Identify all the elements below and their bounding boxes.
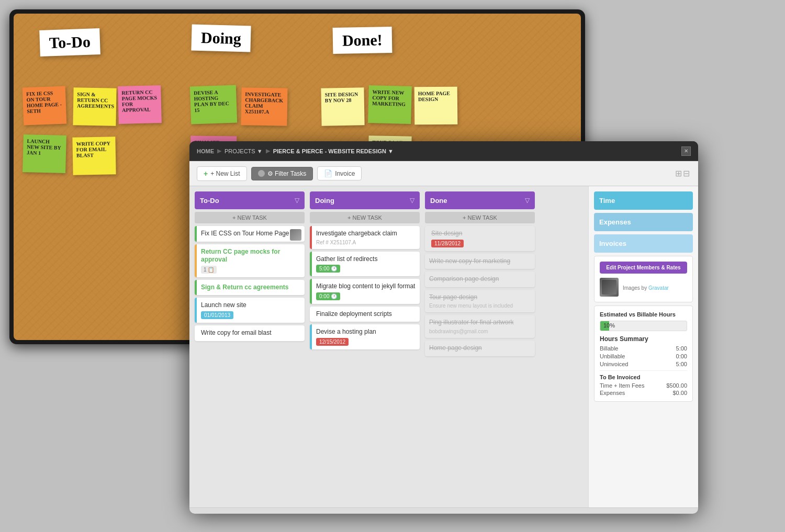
edit-members-button[interactable]: Edit Project Members & Rates	[600, 262, 687, 274]
task-launch-site[interactable]: Launch new site 01/01/2013	[195, 298, 305, 323]
task-title: Write copy for email blast	[201, 329, 300, 337]
kanban-board: To-Do ▽ + NEW TASK Fix IE CSS on Tour Ho…	[189, 186, 588, 507]
sticky-launch: Launch New Site by Jan 1	[23, 134, 66, 173]
task-write-marketing[interactable]: Write new copy for marketing	[425, 254, 535, 269]
grid-view-icon[interactable]: ⊞⊟	[675, 168, 691, 178]
doing-column-header: Doing ▽	[310, 191, 420, 209]
time-item-fees-label: Time + Item Fees	[600, 382, 644, 389]
uninvoiced-row: Uninvoiced 5:00	[600, 361, 687, 367]
todo-column-header: To-Do ▽	[195, 191, 305, 209]
todo-column-arrow[interactable]: ▽	[295, 197, 299, 204]
date-badge-red: 12/15/2012	[316, 338, 349, 346]
done-column-header: Done ▽	[425, 191, 535, 209]
sticky-home-page: Home Page Design	[414, 87, 458, 125]
sticky-investigate: Investigate Chargeback Claim X251107.A	[241, 87, 287, 126]
task-meta: bobdrawings@gmail.com	[429, 329, 531, 334]
nav-sep2: ▶	[266, 148, 270, 154]
task-finalize-deployment[interactable]: Finalize deployment scripts	[310, 307, 420, 322]
time-item-fees-value: $500.00	[666, 382, 687, 389]
sticky-fix-ie: Fix IE CSS on Tour Home Page -Seth	[23, 86, 66, 126]
close-icon[interactable]: ✕	[681, 146, 691, 156]
expenses-row: Expenses $0.00	[600, 390, 687, 396]
to-be-invoiced-title: To Be Invoiced	[600, 374, 687, 380]
doing-column-title: Doing	[315, 197, 334, 205]
task-title: Return CC page mocks for approval	[201, 248, 300, 264]
right-panel: Time Expenses Invoices Edit Project Memb…	[588, 186, 698, 507]
uninvoiced-value: 5:00	[676, 361, 687, 367]
app-window: HOME ▶ PROJECTS ▼ ▶ PIERCE & PIERCE - WE…	[189, 141, 698, 507]
task-ping-illustrator[interactable]: Ping illustrator for final artwork bobdr…	[425, 315, 535, 338]
date-badge: 01/01/2013	[201, 311, 233, 319]
time-item-fees-row: Time + Item Fees $500.00	[600, 382, 687, 389]
filter-icon	[258, 170, 265, 177]
task-investigate[interactable]: Investigate chargeback claim Ref # X2511…	[310, 226, 420, 249]
task-avatar	[290, 229, 301, 241]
unbillable-row: Unbillable 0:00	[600, 353, 687, 359]
task-gather-redirects[interactable]: Gather list of redirects 5:00 🕐	[310, 252, 420, 277]
task-title: Ping illustrator for final artwork	[429, 319, 531, 327]
hours-summary-title: Hours Summary	[600, 335, 687, 343]
estimated-label: Estimated vs Billable Hours	[600, 311, 687, 318]
todo-column: To-Do ▽ + NEW TASK Fix IE CSS on Tour Ho…	[195, 191, 305, 502]
done-label: Done!	[333, 27, 392, 54]
expenses-button[interactable]: Expenses	[594, 213, 693, 231]
invoices-button[interactable]: Invoices	[594, 234, 693, 253]
hours-section: Estimated vs Billable Hours 10% Hours Su…	[594, 305, 693, 402]
nav-home[interactable]: HOME	[197, 148, 214, 154]
task-migrate-blog[interactable]: Migrate blog content to jekyll format 0:…	[310, 279, 420, 304]
new-task-done[interactable]: + NEW TASK	[425, 212, 535, 223]
time-button[interactable]: Time	[594, 191, 693, 210]
sticky-write-new: Write New Copy for Marketing	[368, 85, 412, 124]
sticky-site-design: Site Design by Nov 28	[321, 87, 364, 126]
toolbar: + + New List ⚙ Filter Tasks 📄 Invoice ⊞⊟	[189, 161, 698, 186]
images-by-text: Images by	[623, 285, 648, 291]
date-badge-done: 11/28/2012	[431, 240, 464, 247]
plus-icon: +	[204, 169, 208, 178]
nav-bar: HOME ▶ PROJECTS ▼ ▶ PIERCE & PIERCE - WE…	[189, 141, 698, 161]
new-task-doing[interactable]: + NEW TASK	[310, 212, 420, 223]
task-return-cc[interactable]: Return CC page mocks for approval 1 📋	[195, 244, 305, 277]
nav-project-name[interactable]: PIERCE & PIERCE - WEBSITE REDESIGN ▼	[273, 148, 394, 154]
invoice-icon: 📄	[324, 169, 332, 177]
done-column-title: Done	[430, 197, 447, 205]
sticky-devise: Devise a Hosting Plan by Dec 15	[190, 85, 237, 124]
task-title: Comparison page design	[429, 275, 531, 284]
task-devise-hosting[interactable]: Devise a hosting plan 12/15/2012	[310, 324, 420, 349]
done-column-arrow[interactable]: ▽	[525, 197, 530, 204]
task-title: Migrate blog content to jekyll format	[316, 282, 416, 291]
invoice-button[interactable]: 📄 Invoice	[317, 166, 362, 180]
to-be-invoiced-section: To Be Invoiced Time + Item Fees $500.00 …	[600, 370, 687, 396]
todo-column-title: To-Do	[200, 197, 219, 205]
billable-value: 5:00	[676, 345, 687, 352]
task-title: Investigate chargeback claim	[316, 230, 416, 238]
doing-column-arrow[interactable]: ▽	[410, 197, 414, 204]
sticky-write-copy: Write Copy for Email Blast	[72, 137, 116, 175]
time-badge-zero: 0:00 🕐	[316, 292, 340, 300]
task-meta: Ensure new menu layout is included	[429, 303, 531, 309]
sticky-return-cc: Return CC Page Mocks for Approval	[118, 85, 162, 124]
task-fix-ie[interactable]: Fix IE CSS on Tour Home Page	[195, 226, 305, 242]
task-home-page-design[interactable]: Home page design	[425, 341, 535, 356]
task-title: Site design	[431, 230, 531, 238]
progress-bar-container: 10%	[600, 321, 687, 331]
task-comparison-page[interactable]: Comparison page design	[425, 271, 535, 287]
task-write-copy[interactable]: Write copy for email blast	[195, 325, 305, 341]
sticky-sign-return: Sign & Return CC Agreements	[73, 87, 116, 126]
members-section: Edit Project Members & Rates Images by G…	[594, 256, 693, 302]
time-badge: 5:00 🕐	[316, 265, 340, 273]
filter-tasks-button[interactable]: ⚙ Filter Tasks	[251, 167, 313, 180]
gravatar-link[interactable]: Gravatar	[648, 285, 669, 291]
nav-projects[interactable]: PROJECTS ▼	[225, 148, 263, 154]
billable-label: Billable	[600, 345, 618, 352]
task-site-design[interactable]: Site design 11/28/2012	[425, 226, 535, 251]
expenses-row-value: $0.00	[672, 390, 687, 396]
billable-row: Billable 5:00	[600, 345, 687, 352]
new-task-todo[interactable]: + NEW TASK	[195, 212, 305, 223]
task-title: Sign & Return cc agreements	[201, 284, 300, 292]
task-tour-page[interactable]: Tour page design Ensure new menu layout …	[425, 290, 535, 313]
new-list-button[interactable]: + + New List	[197, 166, 247, 181]
scroll-bar[interactable]	[189, 507, 698, 514]
task-sign-return[interactable]: Sign & Return cc agreements	[195, 280, 305, 296]
task-title: Devise a hosting plan	[316, 328, 416, 336]
task-title: Gather list of redirects	[316, 255, 416, 264]
